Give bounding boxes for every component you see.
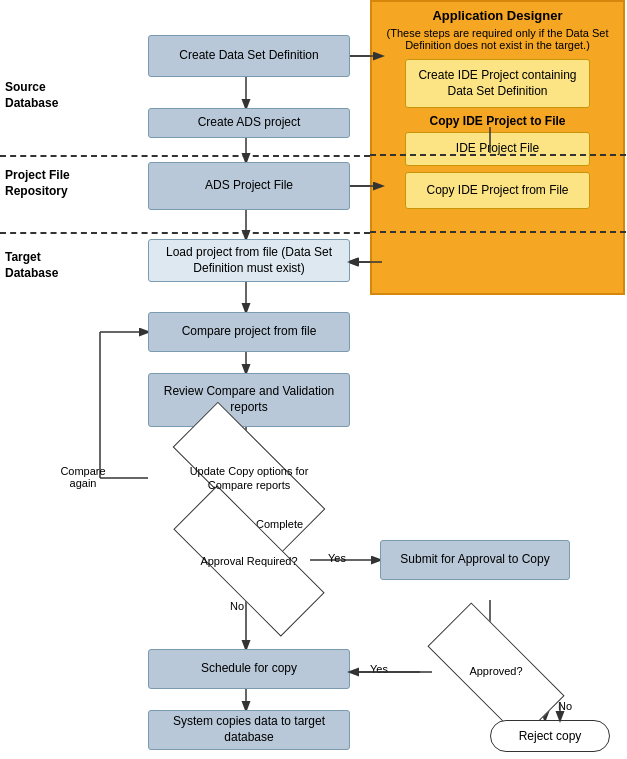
approval-required-diamond: Approval Required? (173, 530, 325, 592)
app-designer-subtitle: (These steps are required only if the Da… (378, 27, 617, 51)
create-ide-project-box: Create IDE Project containing Data Set D… (405, 59, 590, 108)
diagram-container: Application Designer (These steps are re… (0, 0, 627, 759)
reject-copy-box: Reject copy (490, 720, 610, 752)
app-designer-title: Application Designer (378, 8, 617, 23)
create-data-set-box: Create Data Set Definition (148, 35, 350, 77)
complete-label: Complete (256, 518, 303, 530)
no-label-approval: No (230, 600, 244, 612)
copy-ide-to-file-label: Copy IDE Project to File (405, 114, 590, 128)
update-copy-options-diamond: Update Copy options for Compare reports (173, 446, 325, 510)
copy-ide-from-file-box: Copy IDE Project from File (405, 172, 590, 210)
no-label-approved: No (558, 700, 572, 712)
create-ads-project-box: Create ADS project (148, 108, 350, 138)
ide-project-file-box: IDE Project File (405, 132, 590, 166)
approved-text: Approved? (467, 662, 524, 680)
dashed-line-1 (0, 155, 370, 157)
load-project-box: Load project from file (Data Set Definit… (148, 239, 350, 282)
system-copies-box: System copies data to target database (148, 710, 350, 750)
target-database-label: Target Database (5, 250, 75, 281)
ads-project-file-box: ADS Project File (148, 162, 350, 210)
compare-again-label: Compare again (58, 465, 108, 489)
schedule-copy-box: Schedule for copy (148, 649, 350, 689)
approved-diamond: Approved? (430, 640, 562, 702)
yes-label-approval: Yes (328, 552, 346, 564)
update-copy-text: Update Copy options for Compare reports (173, 462, 325, 495)
compare-project-box: Compare project from file (148, 312, 350, 352)
dashed-line-2 (0, 232, 370, 234)
project-file-label: Project File Repository (5, 168, 75, 199)
source-database-label: Source Database (5, 80, 75, 111)
review-compare-box: Review Compare and Validation reports (148, 373, 350, 427)
approval-required-text: Approval Required? (198, 552, 299, 570)
submit-approval-box: Submit for Approval to Copy (380, 540, 570, 580)
yes-label-approved: Yes (370, 663, 388, 675)
app-designer-box: Application Designer (These steps are re… (370, 0, 625, 295)
